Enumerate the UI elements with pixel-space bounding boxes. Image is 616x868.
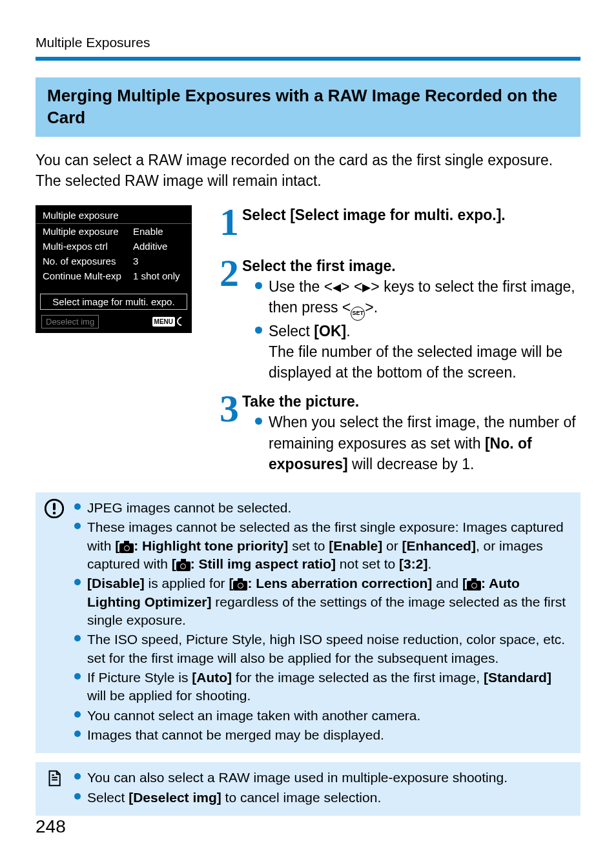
menu-val: Enable bbox=[133, 226, 163, 237]
svg-rect-1 bbox=[53, 503, 56, 510]
text: The file number of the selected image wi… bbox=[269, 343, 562, 381]
text: If Picture Style is bbox=[87, 670, 192, 685]
menu-option-select-image: Select image for multi. expo. bbox=[40, 294, 187, 310]
menu-row: Continue Mult-exp 1 shot only bbox=[36, 268, 191, 283]
intro-text: You can select a RAW image recorded on t… bbox=[36, 150, 580, 191]
text: The ISO speed, Picture Style, high ISO s… bbox=[87, 631, 571, 667]
camera-icon bbox=[176, 561, 190, 571]
header-rule bbox=[36, 57, 580, 61]
menu-val: 3 bbox=[133, 256, 138, 267]
note-item: You cannot select an image taken with an… bbox=[74, 707, 571, 725]
svg-point-2 bbox=[53, 512, 56, 515]
text: : Still img aspect ratio] bbox=[190, 556, 336, 571]
right-arrow-icon: ▶ bbox=[362, 280, 371, 296]
step-heading: Take the picture. bbox=[242, 392, 580, 412]
text-bold: [Auto] bbox=[192, 670, 232, 685]
text-bold: [Standard] bbox=[484, 670, 551, 685]
text: and bbox=[432, 576, 462, 590]
menu-key: No. of exposures bbox=[43, 256, 133, 267]
text: to cancel image selection. bbox=[221, 790, 381, 805]
camera-icon bbox=[233, 581, 247, 590]
text-bold: [Enhanced] bbox=[402, 538, 476, 553]
menu-key: Continue Mult-exp bbox=[43, 270, 133, 281]
text-bold: [Deselect img] bbox=[128, 790, 221, 805]
camera-menu-screenshot: Multiple exposure Multiple exposure Enab… bbox=[36, 205, 192, 333]
text: : Lens aberration correction] bbox=[247, 576, 432, 590]
text: You cannot select an image taken with an… bbox=[87, 707, 420, 725]
section-title: Merging Multiple Exposures with a RAW Im… bbox=[36, 77, 580, 137]
menu-label: MENU bbox=[152, 317, 175, 327]
document-icon bbox=[45, 776, 64, 791]
left-arrow-icon: ◀ bbox=[333, 280, 341, 296]
text: will be applied for shooting. bbox=[87, 688, 251, 703]
header-label: Multiple Exposures bbox=[36, 35, 580, 50]
text: > < bbox=[341, 278, 362, 295]
menu-val: 1 shot only bbox=[133, 270, 180, 281]
step-number: 2 bbox=[218, 259, 241, 288]
text: You can also select a RAW image used in … bbox=[87, 769, 508, 787]
text: . bbox=[346, 323, 350, 339]
note-item: You can also select a RAW image used in … bbox=[74, 769, 571, 787]
menu-deselect: Deselect img bbox=[41, 315, 99, 328]
text: [ bbox=[462, 576, 467, 590]
step-1: 1 Select [Select image for multi. expo.]… bbox=[218, 205, 580, 237]
caution-icon bbox=[45, 506, 64, 521]
text: for the image selected as the first imag… bbox=[232, 670, 484, 685]
menu-title: Multiple exposure bbox=[36, 206, 191, 223]
note-item: The ISO speed, Picture Style, high ISO s… bbox=[74, 631, 571, 667]
menu-key: Multiple exposure bbox=[43, 226, 133, 237]
text-bold: [Enable] bbox=[329, 538, 382, 553]
bullet: Select [OK]. The file number of the sele… bbox=[255, 321, 580, 383]
text: >. bbox=[365, 299, 378, 316]
bullet: Use the <◀> <▶> keys to select the first… bbox=[255, 276, 580, 321]
menu-key: Multi-expos ctrl bbox=[43, 241, 133, 252]
text: Select bbox=[87, 790, 128, 805]
note-item: JPEG images cannot be selected. bbox=[74, 499, 571, 517]
menu-row: Multi-expos ctrl Additive bbox=[36, 239, 191, 254]
text: is applied for bbox=[145, 576, 229, 590]
text: or bbox=[382, 538, 402, 553]
note-item: [Disable] is applied for [: Lens aberrat… bbox=[74, 574, 571, 629]
caution-box: JPEG images cannot be selected. These im… bbox=[36, 492, 580, 753]
text-bold: [Disable] bbox=[87, 576, 145, 590]
step-3: 3 Take the picture. When you select the … bbox=[218, 392, 580, 474]
camera-icon bbox=[119, 543, 134, 553]
text: [ bbox=[115, 538, 119, 553]
note-item: These images cannot be selected as the f… bbox=[74, 518, 571, 573]
text: . bbox=[427, 556, 431, 571]
step-number: 3 bbox=[218, 394, 241, 423]
menu-button-icon: MENU bbox=[152, 317, 186, 327]
text: [ bbox=[172, 556, 176, 571]
text: [ bbox=[229, 576, 233, 590]
note-item: Images that cannot be merged may be disp… bbox=[74, 726, 571, 744]
text: will decrease by 1. bbox=[348, 456, 475, 472]
info-box: You can also select a RAW image used in … bbox=[36, 762, 580, 816]
menu-row: No. of exposures 3 bbox=[36, 254, 191, 268]
note-item: Select [Deselect img] to cancel image se… bbox=[74, 789, 571, 807]
page-number: 248 bbox=[36, 816, 66, 837]
text: Images that cannot be merged may be disp… bbox=[87, 726, 384, 744]
text: JPEG images cannot be selected. bbox=[87, 499, 291, 517]
text-bold: [3:2] bbox=[399, 556, 427, 571]
step-heading: Select [Select image for multi. expo.]. bbox=[242, 205, 580, 225]
menu-row: Multiple exposure Enable bbox=[36, 224, 191, 239]
text: Use the < bbox=[269, 278, 333, 295]
step-heading: Select the first image. bbox=[242, 256, 580, 276]
menu-val: Additive bbox=[133, 241, 167, 252]
text: : Highlight tone priority] bbox=[134, 538, 288, 553]
bullet: When you select the first image, the num… bbox=[255, 412, 580, 474]
step-number: 1 bbox=[218, 208, 241, 237]
return-arrow-icon bbox=[175, 316, 188, 328]
text: set to bbox=[288, 538, 329, 553]
note-item: If Picture Style is [Auto] for the image… bbox=[74, 669, 571, 705]
text-bold: [OK] bbox=[314, 323, 346, 339]
camera-icon bbox=[467, 581, 481, 590]
set-icon: SET bbox=[351, 307, 365, 321]
text: Select bbox=[269, 323, 314, 339]
step-2: 2 Select the first image. Use the <◀> <▶… bbox=[218, 256, 580, 383]
text: not set to bbox=[336, 556, 399, 571]
